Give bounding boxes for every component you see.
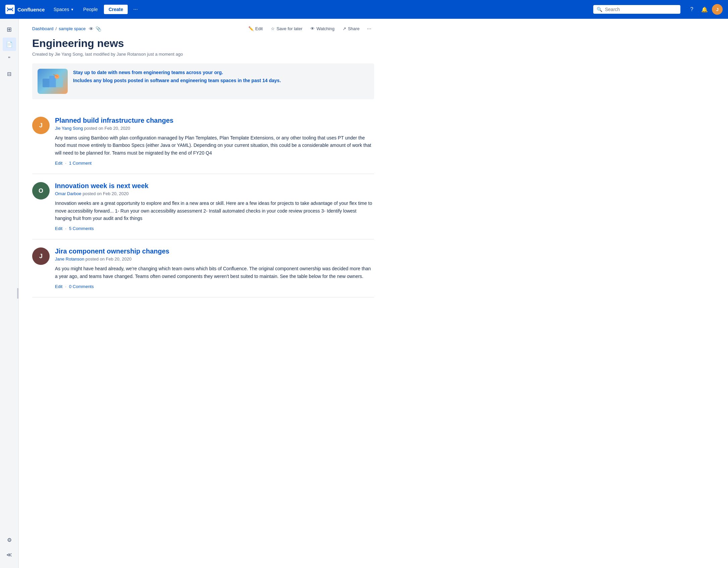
action-dot: · [65,284,66,289]
page-title: Engineering news [32,37,374,50]
post-comments-link[interactable]: 1 Comment [69,161,92,166]
action-dot: · [65,161,66,166]
posts-list: J Planned build infrastructure changes J… [32,109,374,297]
post-date: posted on Feb 20, 2020 [84,126,130,131]
watch-icon: 👁 [89,26,94,32]
post-excerpt: Any teams using Bamboo with plan configu… [55,134,374,157]
people-nav[interactable]: People [80,5,101,14]
post-edit-link[interactable]: Edit [55,284,62,289]
post-avatar: J [32,117,50,134]
post-body: Planned build infrastructure changes Jie… [55,117,374,166]
post-actions: Edit · 1 Comment [55,161,374,166]
document-icon: 📄 [6,41,13,48]
logo-text: Confluence [17,7,45,12]
post-comments-link[interactable]: 0 Comments [69,284,94,289]
left-sidebar: ⊞ 📄 " ⊟ ⚙ ≪ [0,19,19,568]
home-icon: ⊞ [7,26,12,33]
search-icon: 🔍 [597,7,602,12]
post-edit-link[interactable]: Edit [55,226,62,231]
pencil-icon: ✏️ [248,26,254,31]
breadcrumb: Dashboard / sample space 👁 📎 [32,26,101,32]
main-content: Dashboard / sample space 👁 📎 ✏️ Edit ☆ S… [19,19,387,568]
star-icon: ☆ [271,26,275,31]
breadcrumb-dashboard[interactable]: Dashboard [32,26,54,31]
post-author-date: Omar Darboe posted on Feb 20, 2020 [55,191,374,196]
template-icon: ⊟ [7,71,11,77]
more-nav-button[interactable]: ··· [130,5,140,14]
collapse-sidebar-button[interactable]: ≪ [3,548,16,561]
chevron-left-icon: ≪ [6,552,12,558]
top-nav: Confluence Spaces ▼ People Create ··· 🔍 … [0,0,728,19]
blog-post-3: J Jira component ownership changes Jane … [32,239,374,297]
eye-icon: 👁 [310,26,315,31]
confluence-logo[interactable]: Confluence [5,5,45,14]
nav-icons: ? 🔔 J [686,4,723,15]
banner-text: Stay up to date with news from engineeri… [73,69,281,85]
share-button[interactable]: ↗ Share [339,24,363,33]
post-excerpt: Innovation weeks are a great opportunity… [55,200,374,222]
search-bar: 🔍 [593,5,680,14]
post-date: posted on Feb 20, 2020 [85,257,131,262]
post-edit-link[interactable]: Edit [55,161,62,166]
settings-icon-button[interactable]: ⚙ [3,533,16,547]
post-body: Innovation week is next week Omar Darboe… [55,182,374,231]
action-dot: · [65,226,66,231]
post-body: Jira component ownership changes Jane Ro… [55,247,374,289]
breadcrumb-sep-1: / [56,26,57,31]
post-actions: Edit · 0 Comments [55,284,374,289]
toolbar-more-button[interactable]: ··· [364,24,374,33]
post-comments-link[interactable]: 5 Comments [69,226,94,231]
user-avatar-button[interactable]: J [712,4,723,15]
post-title-link[interactable]: Innovation week is next week [55,182,374,190]
edit-button[interactable]: ✏️ Edit [245,24,266,33]
search-input[interactable] [605,7,677,12]
help-icon-button[interactable]: ? [686,4,697,15]
link-icon: 📎 [96,26,101,32]
breadcrumb-space[interactable]: sample space [59,26,85,31]
svg-rect-0 [43,78,50,87]
post-author-link[interactable]: Jie Yang Song [55,126,83,131]
notifications-icon-button[interactable]: 🔔 [699,4,710,15]
svg-point-3 [55,74,59,79]
quote-icon: " [8,56,10,63]
banner-graphic [38,69,68,94]
info-banner: Stay up to date with news from engineeri… [32,63,374,99]
watching-button[interactable]: 👁 Watching [307,24,338,33]
sidebar-resize-handle[interactable] [17,288,18,299]
post-title-link[interactable]: Planned build infrastructure changes [55,117,374,124]
create-button[interactable]: Create [104,5,128,14]
favorites-icon-button[interactable]: " [3,52,16,66]
home-icon-button[interactable]: ⊞ [3,23,16,36]
recent-icon-button[interactable]: 📄 [3,38,16,51]
share-icon: ↗ [343,26,346,31]
post-author-link[interactable]: Omar Darboe [55,191,81,196]
post-date: posted on Feb 20, 2020 [82,191,128,196]
templates-icon-button[interactable]: ⊟ [3,67,16,80]
post-title-link[interactable]: Jira component ownership changes [55,247,374,255]
post-author-date: Jane Rotanson posted on Feb 20, 2020 [55,257,374,262]
blog-post-2: O Innovation week is next week Omar Darb… [32,174,374,239]
post-avatar: J [32,247,50,265]
chevron-down-icon: ▼ [70,8,74,11]
post-excerpt: As you might have heard already, we're c… [55,265,374,280]
post-author-link[interactable]: Jane Rotanson [55,257,84,262]
blog-post-1: J Planned build infrastructure changes J… [32,109,374,174]
post-author-date: Jie Yang Song posted on Feb 20, 2020 [55,126,374,131]
gear-icon: ⚙ [7,537,12,543]
save-for-later-button[interactable]: ☆ Save for later [267,24,306,33]
page-toolbar: ✏️ Edit ☆ Save for later 👁 Watching ↗ Sh… [245,24,374,33]
page-meta: Created by Jie Yang Song, last modified … [32,52,374,57]
post-avatar: O [32,182,50,200]
spaces-menu[interactable]: Spaces ▼ [50,5,77,14]
post-actions: Edit · 5 Comments [55,226,374,231]
